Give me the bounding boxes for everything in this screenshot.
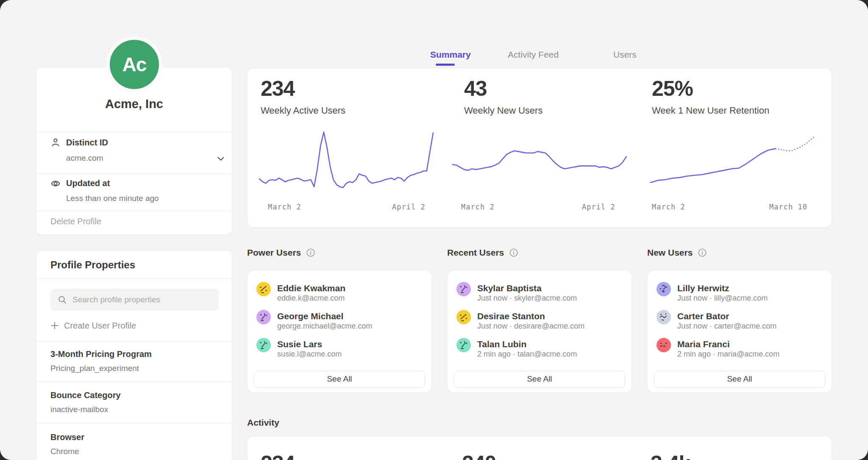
weekly-active-users-chart — [259, 128, 433, 201]
user-name: Carter Bator — [677, 311, 729, 321]
user-name: Talan Lubin — [477, 339, 526, 349]
power-users-title: Power Users — [247, 248, 301, 258]
user-meta: 2 min ago · talan@acme.com — [477, 350, 577, 359]
x-axis-tick: April 2 — [392, 203, 426, 211]
avatar-face-icon — [657, 311, 670, 323]
company-name: Acme, Inc — [36, 97, 232, 111]
user-row[interactable]: Desirae Stanton Just now · desirare@acme… — [448, 307, 632, 331]
distinct-id-value: acme.com — [66, 153, 103, 163]
user-row[interactable]: Carter Bator Just now · carter@acme.com — [648, 307, 832, 331]
retention-chart — [651, 128, 824, 201]
avatar — [256, 310, 271, 324]
new-users-title: New Users — [647, 248, 693, 258]
user-meta: george.michael@acme.com — [277, 322, 372, 331]
info-icon[interactable] — [306, 248, 315, 257]
avatar-face-icon — [257, 311, 270, 323]
weekly-active-users-stat: 234 — [261, 78, 295, 99]
chevron-down-icon[interactable] — [216, 154, 225, 163]
profile-properties-card: Profile Properties Create User Profile 3… — [36, 250, 232, 460]
divider — [36, 173, 232, 174]
avatar — [256, 282, 271, 296]
user-row[interactable]: George Michael george.michael@acme.com — [248, 307, 431, 331]
tab-summary[interactable]: Summary — [430, 50, 471, 60]
distinct-id-label: Distinct ID — [66, 138, 108, 148]
tab-activity-feed[interactable]: Activity Feed — [508, 50, 559, 60]
new-users-header: New Users — [647, 248, 707, 258]
user-row[interactable]: Lilly Herwitz Just now · lilly@acme.com — [648, 279, 832, 303]
property-value: inactive-mailbox — [50, 405, 108, 414]
user-meta: Just now · desirare@acme.com — [477, 322, 584, 331]
user-name: Lilly Herwitz — [677, 283, 729, 293]
avatar-face-icon — [657, 339, 670, 351]
divider — [36, 278, 232, 279]
avatar-face-icon — [457, 311, 470, 323]
user-meta: Just now · skyler@acme.com — [477, 294, 577, 303]
divider — [36, 341, 232, 342]
new-users-card: Lilly Herwitz Just now · lilly@acme.com … — [647, 270, 832, 393]
x-axis-tick: March 2 — [268, 203, 301, 211]
create-user-profile-button[interactable]: Create User Profile — [50, 319, 136, 332]
activity-stat: 240 — [462, 453, 496, 460]
activity-stat: 3.4k — [651, 453, 690, 460]
user-meta: susie.l@acme.com — [277, 350, 342, 359]
profile-properties-title: Profile Properties — [50, 259, 135, 271]
user-row[interactable]: Skylar Baptista Just now · skyler@acme.c… — [448, 279, 632, 303]
x-axis-tick: March 10 — [769, 203, 807, 211]
divider — [36, 382, 232, 382]
user-meta: Just now · carter@acme.com — [677, 322, 776, 331]
delete-profile-button[interactable]: Delete Profile — [50, 217, 101, 226]
weekly-active-users-label: Weekly Active Users — [261, 105, 345, 116]
tab-users[interactable]: Users — [613, 50, 637, 60]
avatar — [657, 310, 671, 324]
avatar-face-icon — [257, 339, 270, 351]
user-meta: eddie.k@acme.com — [277, 294, 345, 303]
user-row[interactable]: Eddie Kwakman eddie.k@acme.com — [248, 279, 431, 303]
weekly-new-users-stat: 43 — [464, 78, 487, 99]
search-input[interactable] — [50, 289, 219, 311]
user-name: Maria Franci — [677, 339, 730, 349]
user-name: Susie Lars — [277, 339, 322, 349]
app-window: Ac Acme, Inc Distinct ID acme.com Update… — [0, 0, 868, 460]
avatar-face-icon — [657, 283, 670, 296]
profile-properties-search — [50, 289, 219, 311]
property-value: Chrome — [50, 447, 79, 456]
info-icon[interactable] — [698, 248, 707, 257]
avatar — [256, 338, 271, 352]
x-axis-tick: March 2 — [461, 203, 495, 211]
divider — [36, 423, 232, 424]
x-axis-tick: April 2 — [582, 203, 615, 211]
property-name: Browser — [50, 432, 84, 442]
user-row[interactable]: Maria Franci 2 min ago · maria@acme.com — [648, 335, 832, 359]
user-meta: Just now · lilly@acme.com — [677, 294, 768, 303]
property-name: Bounce Category — [50, 390, 121, 400]
user-row[interactable]: Susie Lars susie.l@acme.com — [248, 335, 431, 359]
property-name: 3-Month Pricing Program — [50, 349, 152, 359]
updated-at-value: Less than one minute ago — [66, 194, 159, 203]
recent-users-card: Skylar Baptista Just now · skyler@acme.c… — [447, 270, 632, 393]
power-users-card: Eddie Kwakman eddie.k@acme.com George Mi… — [247, 270, 432, 393]
avatar-face-icon — [457, 339, 470, 351]
power-users-header: Power Users — [247, 248, 315, 258]
updated-at-label: Updated at — [66, 178, 110, 188]
see-all-button[interactable]: See All — [454, 371, 625, 388]
property-value: Pricing_plan_experiment — [50, 364, 139, 373]
avatar — [456, 310, 471, 324]
activity-stat: 234 — [261, 453, 295, 460]
user-name: Desirae Stanton — [477, 311, 545, 321]
retention-stat: 25% — [652, 78, 693, 99]
recent-users-header: Recent Users — [447, 248, 518, 258]
person-icon — [50, 137, 61, 148]
user-meta: 2 min ago · maria@acme.com — [677, 350, 779, 359]
user-name: Skylar Baptista — [477, 283, 542, 293]
x-axis-tick: March 2 — [652, 203, 685, 211]
retention-label: Week 1 New User Retention — [652, 105, 769, 116]
user-name: Eddie Kwakman — [277, 283, 345, 293]
plus-icon — [50, 321, 59, 330]
create-user-profile-label: Create User Profile — [64, 321, 136, 331]
see-all-button[interactable]: See All — [654, 371, 825, 388]
info-icon[interactable] — [509, 248, 518, 257]
divider — [36, 132, 232, 132]
avatar — [456, 338, 471, 352]
user-row[interactable]: Talan Lubin 2 min ago · talan@acme.com — [448, 335, 632, 359]
see-all-button[interactable]: See All — [254, 371, 425, 388]
